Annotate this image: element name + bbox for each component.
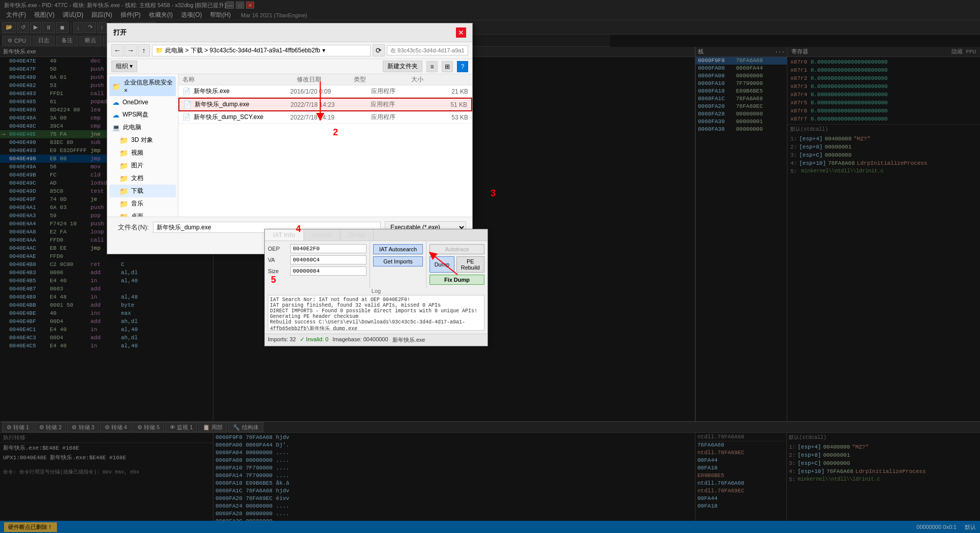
iat-autosearch-btn[interactable]: IAT Autosearch — [373, 244, 423, 254]
size-row: Size — [268, 266, 366, 276]
iat-log-content[interactable]: IAT Search Nor: IAT not found at OEP 004… — [268, 295, 484, 331]
search-input[interactable] — [390, 47, 465, 53]
view-btn[interactable]: ≡ — [426, 61, 438, 72]
sidebar-item-computer[interactable]: 💻 此电脑 — [109, 121, 176, 134]
file-dialog-body: 📁 企业信息系统安全 × ☁ OneDrive ☁ WPS网盘 💻 此电脑 — [107, 74, 472, 217]
va-input[interactable] — [290, 255, 366, 264]
iat-left: OEP VA Size — [265, 241, 370, 288]
folder-desktop-icon: 📁 — [119, 213, 128, 217]
nav-forward-btn[interactable]: → — [125, 44, 137, 56]
organize-btn[interactable]: 组织 ▾ — [111, 61, 137, 72]
iat-dialog: IAT Info Actions Dump OEP VA — [264, 229, 488, 346]
iat-log-title: Log — [268, 288, 484, 294]
file-dialog-toolbar: ← → ↑ 📁 此电脑 > 下载 > 93c43c5c-3d4d-4d17-a9… — [107, 42, 472, 59]
iat-center: IAT Autosearch Get Imports — [370, 241, 426, 288]
file-name-1: 📄 新年快乐.exe — [182, 87, 290, 96]
sidebar-item-music[interactable]: 📁 音乐 — [109, 197, 176, 210]
sidebar-item-docs[interactable]: 📁 文档 — [109, 172, 176, 185]
folder-icon: 📁 — [112, 82, 121, 91]
iat-body: OEP VA Size IAT Autosearch Get Impo — [265, 241, 487, 288]
cloud-icon: ☁ — [112, 98, 119, 106]
file-list-header: 名称 修改日期 类型 大小 — [178, 74, 472, 85]
file-open-dialog: 打开 ✕ ← → ↑ 📁 此电脑 > 下载 > 93c43c5c-3d4d-4d… — [107, 23, 473, 254]
file-icon-1: 📄 — [182, 87, 191, 95]
dialog-overlay: 打开 ✕ ← → ↑ 📁 此电脑 > 下载 > 93c43c5c-3d4d-4d… — [0, 0, 980, 533]
sidebar-item-video[interactable]: 📁 视频 — [109, 146, 176, 159]
sidebar-item-3d[interactable]: 📁 3D 对象 — [109, 134, 176, 146]
file-name-2: 📄 新年快乐_dump.exe — [183, 100, 291, 109]
sidebar-item-onedrive[interactable]: ☁ OneDrive — [109, 96, 176, 108]
iat-right: Autotrace Dump PE Rebuild Fix Dump — [426, 241, 487, 288]
iat-log-area: Log IAT Search Nor: IAT not found at OEP… — [268, 288, 484, 331]
computer-icon: 💻 — [112, 124, 120, 131]
oep-input[interactable] — [290, 244, 366, 253]
sidebar-item-pictures[interactable]: 📁 图片 — [109, 159, 176, 172]
file-name-3: 📄 新年快乐_dump_SCY.exe — [182, 113, 290, 122]
sidebar-item-wps[interactable]: ☁ WPS网盘 — [109, 108, 176, 121]
iat-tab-dump[interactable]: Dump — [341, 229, 374, 241]
get-imports-btn[interactable]: Get Imports — [373, 256, 423, 266]
pe-rebuild-btn[interactable]: PE Rebuild — [456, 256, 484, 273]
file-row-3[interactable]: 📄 新年快乐_dump_SCY.exe 2022/7/18 14:19 应用程序… — [178, 111, 472, 124]
folder-pictures-icon: 📁 — [119, 162, 128, 170]
va-row: VA — [268, 255, 366, 264]
annotation-3: 3 — [491, 188, 496, 199]
debugger-main: 新年快乐.exe - PID: 477C - 模块: 新年快乐.exe - 线程… — [0, 0, 980, 533]
sidebar-item-downloads[interactable]: 📁 下载 — [109, 185, 176, 197]
folder-dl-icon: 📁 — [119, 187, 128, 195]
annotation-5: 5 — [271, 275, 276, 285]
filename-label: 文件名(N): — [113, 223, 149, 232]
dialog-search-box[interactable] — [387, 45, 468, 55]
autotrace-btn[interactable]: Autotrace — [430, 244, 484, 254]
help-btn[interactable]: ? — [457, 61, 468, 72]
nav-up-btn[interactable]: ↑ — [138, 44, 150, 56]
refresh-btn[interactable]: ⟳ — [373, 44, 385, 56]
iat-tab-actions[interactable]: Actions — [304, 229, 341, 241]
file-row-1[interactable]: 📄 新年快乐.exe 2016/1/20 0:09 应用程序 21 KB — [178, 85, 472, 98]
folder-video-icon: 📁 — [119, 149, 128, 157]
file-icon-3: 📄 — [182, 113, 191, 121]
view-details-btn[interactable]: ⊞ — [442, 61, 453, 72]
size-input[interactable] — [290, 266, 366, 276]
annotation-4: 4 — [296, 224, 301, 234]
file-sidebar: 📁 企业信息系统安全 × ☁ OneDrive ☁ WPS网盘 💻 此电脑 — [107, 74, 178, 217]
breadcrumb: 📁 此电脑 > 下载 > 93c43c5c-3d4d-4d17-a9a1-4ff… — [152, 45, 371, 56]
file-dialog-toolbar2: 组织 ▾ 新建文件夹 ≡ ⊞ ? — [107, 59, 472, 74]
new-folder-btn[interactable]: 新建文件夹 — [383, 61, 422, 72]
folder-docs-icon: 📁 — [119, 174, 128, 183]
nav-back-btn[interactable]: ← — [111, 44, 124, 56]
wps-icon: ☁ — [112, 111, 119, 119]
file-row-2[interactable]: 📄 新年快乐_dump.exe 2022/7/18 14:23 应用程序 51 … — [178, 98, 472, 111]
sidebar-item-desktop[interactable]: 📁 桌面 — [109, 210, 176, 217]
file-dialog-close-btn[interactable]: ✕ — [456, 27, 466, 38]
file-list: 名称 修改日期 类型 大小 📄 新年快乐.exe 2016/1/20 0:09 … — [178, 74, 472, 217]
annotation-2: 2 — [333, 127, 338, 138]
sidebar-item-enterprise[interactable]: 📁 企业信息系统安全 × — [109, 76, 176, 96]
oep-row: OEP — [268, 244, 366, 253]
file-dialog-nav: ← → ↑ — [111, 44, 150, 56]
iat-status-bar: Imports: 32 ✓ Invalid: 0 Imagebase: 0040… — [265, 334, 487, 346]
file-dialog-title: 打开 ✕ — [107, 23, 472, 42]
folder-3d-icon: 📁 — [119, 136, 128, 144]
dump-rebuild-row: Dump PE Rebuild — [430, 256, 484, 273]
dump-btn[interactable]: Dump — [430, 256, 454, 273]
file-icon-2: 📄 — [183, 101, 192, 108]
fix-dump-btn[interactable]: Fix Dump — [430, 275, 484, 285]
folder-music-icon: 📁 — [119, 200, 128, 208]
